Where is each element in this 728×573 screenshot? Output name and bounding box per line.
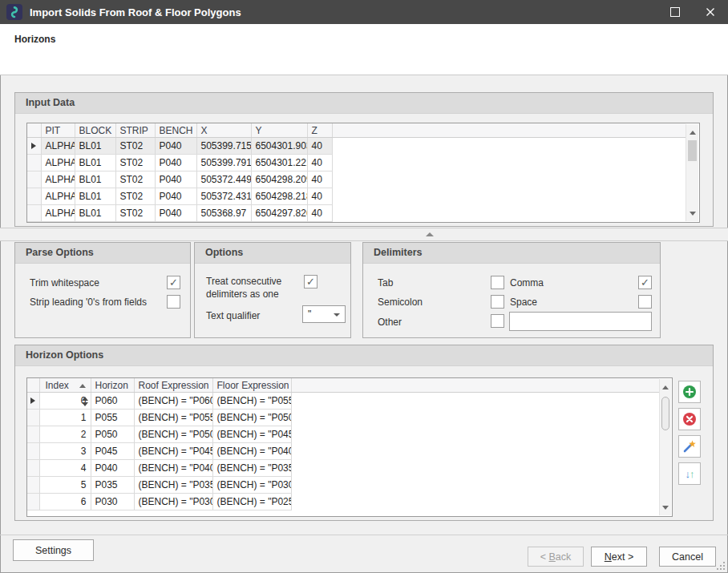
titlebar[interactable]: Import Solids From Roof & Floor Polygons [0, 0, 728, 24]
grid-cell[interactable]: (BENCH) = "P030" [212, 477, 291, 494]
grid-cell[interactable]: P035 [91, 477, 134, 494]
column-header[interactable]: Y [251, 123, 307, 138]
horizon-row[interactable]: 2P050(BENCH) = "P050"(BENCH) = "P045" [27, 426, 291, 443]
grid-cell[interactable]: P040 [91, 460, 134, 477]
horizon-row[interactable]: 5P035(BENCH) = "P035"(BENCH) = "P030" [27, 477, 291, 494]
grid-cell[interactable]: 2 [39, 426, 91, 443]
semicolon-checkbox[interactable] [491, 295, 504, 309]
row-indicator-cell[interactable] [27, 138, 41, 155]
back-button[interactable]: < Back [528, 547, 584, 567]
grid-cell[interactable]: BL01 [75, 155, 115, 171]
grid-cell[interactable]: P050 [91, 426, 134, 443]
grid-cell[interactable]: 6504298.218 [251, 188, 307, 205]
resize-grip[interactable] [717, 562, 725, 570]
close-button[interactable] [693, 0, 728, 24]
grid-cell[interactable]: 40 [307, 138, 332, 155]
grid-cell[interactable]: P040 [155, 155, 196, 171]
index-spinner[interactable] [82, 395, 89, 406]
row-indicator-cell[interactable] [27, 410, 39, 426]
grid-cell[interactable]: 6504298.209 [251, 171, 307, 188]
grid-cell[interactable]: 505372.449 [196, 171, 251, 188]
grid-cell[interactable]: P045 [91, 443, 134, 460]
add-horizon-button[interactable] [678, 381, 701, 403]
row-indicator-cell[interactable] [27, 477, 39, 494]
grid-cell[interactable]: BL01 [75, 188, 115, 205]
grid-cell[interactable]: 505368.97 [196, 205, 251, 222]
collapse-splitter-icon[interactable] [426, 232, 434, 236]
text-qualifier-combo[interactable]: " [302, 305, 346, 323]
grid-cell[interactable]: ST02 [115, 205, 155, 222]
horizon-row[interactable]: 6P030(BENCH) = "P030"(BENCH) = "P025" [27, 494, 291, 510]
grid-cell[interactable]: P040 [155, 171, 196, 188]
row-indicator-cell[interactable] [27, 155, 41, 171]
scroll-up-icon[interactable] [686, 126, 698, 139]
grid-cell[interactable]: 40 [307, 155, 332, 171]
column-header[interactable]: Roof Expression [134, 378, 212, 393]
input-data-row[interactable]: ALPHABL01ST02P040505399.7156504301.90340 [27, 138, 332, 155]
input-data-row[interactable]: ALPHABL01ST02P040505372.4316504298.21840 [27, 188, 332, 205]
row-indicator-cell[interactable] [27, 188, 41, 205]
grid-cell[interactable]: 40 [307, 171, 332, 188]
chevron-down-icon[interactable] [334, 313, 340, 317]
scrollbar-thumb[interactable] [661, 397, 669, 430]
input-grid-scrollbar[interactable] [686, 124, 698, 221]
grid-cell[interactable]: BL01 [75, 171, 115, 188]
input-data-grid[interactable]: PIT BLOCK STRIP BENCH X Y Z ALPHABL01ST0… [26, 123, 700, 223]
next-button[interactable]: Next > [591, 547, 647, 567]
column-header[interactable]: Floor Expression [212, 378, 291, 393]
grid-cell[interactable]: (BENCH) = "P030" [134, 494, 212, 510]
other-delimiter-input[interactable] [509, 312, 652, 331]
row-indicator-cell[interactable] [27, 443, 39, 460]
grid-cell[interactable]: P030 [91, 494, 134, 510]
move-rows-button[interactable]: ↓↑ [678, 462, 701, 485]
grid-cell[interactable]: P040 [155, 205, 196, 222]
grid-cell[interactable]: 6504301.221 [251, 155, 307, 171]
grid-cell[interactable]: ST02 [115, 171, 155, 188]
horizon-row[interactable]: 1P055(BENCH) = "P055"(BENCH) = "P050" [27, 410, 291, 426]
grid-cell[interactable]: (BENCH) = "P050" [212, 410, 291, 426]
grid-cell[interactable]: P060 [91, 393, 134, 410]
grid-cell[interactable]: ALPHA [41, 138, 75, 155]
scroll-down-icon[interactable] [660, 501, 671, 514]
row-indicator-cell[interactable] [27, 494, 39, 510]
column-header-index[interactable]: Index [39, 378, 91, 393]
grid-cell[interactable]: (BENCH) = "P055" [212, 393, 291, 410]
row-indicator-cell[interactable] [27, 426, 39, 443]
grid-cell[interactable]: ALPHA [41, 155, 75, 171]
grid-cell[interactable]: 505399.791 [196, 155, 251, 171]
delete-horizon-button[interactable] [678, 408, 701, 430]
input-data-row[interactable]: ALPHABL01ST02P040505368.976504297.82640 [27, 205, 332, 222]
horizon-options-grid[interactable]: Index Horizon Roof Expression Floor Expr… [26, 377, 673, 517]
grid-cell[interactable]: (BENCH) = "P060" [134, 393, 212, 410]
grid-cell[interactable]: P055 [91, 410, 134, 426]
grid-cell[interactable]: 1 [39, 410, 91, 426]
column-header[interactable]: Z [307, 123, 332, 138]
column-header[interactable]: STRIP [115, 123, 155, 138]
horizon-row[interactable]: 0P060(BENCH) = "P060"(BENCH) = "P055" [27, 393, 291, 410]
grid-cell[interactable]: 40 [307, 188, 332, 205]
column-header[interactable]: PIT [41, 123, 75, 138]
grid-cell[interactable]: 505372.431 [196, 188, 251, 205]
grid-cell[interactable]: 5 [39, 477, 91, 494]
auto-generate-button[interactable] [678, 435, 701, 458]
scroll-up-icon[interactable] [660, 381, 671, 393]
space-checkbox[interactable] [638, 295, 652, 309]
grid-cell[interactable]: 40 [307, 205, 332, 222]
grid-cell[interactable]: 505399.715 [196, 138, 251, 155]
row-indicator-cell[interactable] [27, 205, 41, 222]
tab-checkbox[interactable] [491, 276, 504, 289]
horizon-row[interactable]: 4P040(BENCH) = "P040"(BENCH) = "P035" [27, 460, 291, 477]
grid-cell[interactable]: (BENCH) = "P045" [212, 426, 291, 443]
splitter-bar[interactable] [0, 228, 728, 241]
grid-cell[interactable]: (BENCH) = "P055" [134, 410, 212, 426]
column-header[interactable]: BENCH [155, 123, 196, 138]
grid-cell[interactable]: 6504301.903 [251, 138, 307, 155]
row-indicator-cell[interactable] [27, 393, 39, 410]
row-indicator-cell[interactable] [27, 171, 41, 188]
grid-cell[interactable]: (BENCH) = "P035" [212, 460, 291, 477]
scrollbar-thumb[interactable] [688, 140, 697, 161]
settings-button[interactable]: Settings [13, 539, 94, 561]
grid-cell[interactable]: BL01 [75, 138, 115, 155]
grid-cell[interactable]: 6 [39, 494, 91, 510]
grid-cell[interactable]: BL01 [75, 205, 115, 222]
